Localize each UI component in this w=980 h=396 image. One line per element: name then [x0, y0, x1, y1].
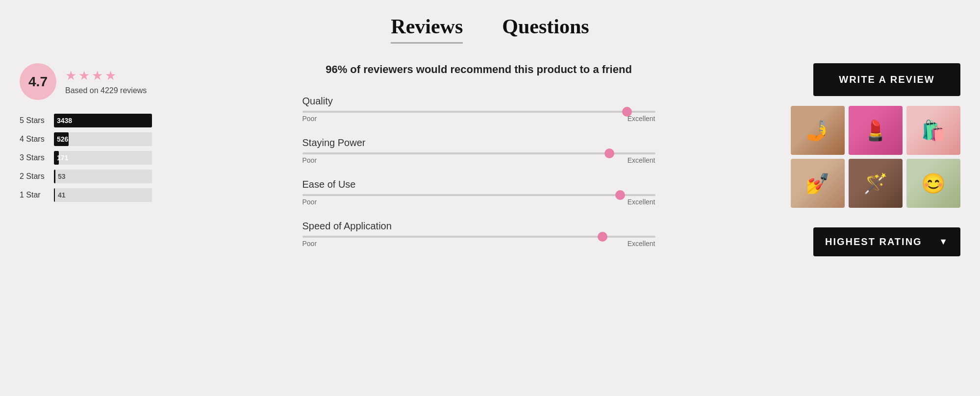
photo-face-6: 😊 — [906, 159, 960, 208]
rating-bars: 5 Stars 3438 4 Stars 526 — [20, 114, 167, 202]
slider-low-quality: Poor — [302, 115, 317, 123]
tabs-bar: Reviews Questions — [20, 15, 960, 44]
bar-value-4stars: 526 — [57, 135, 68, 143]
bar-row-1star[interactable]: 1 Star 41 — [20, 188, 167, 202]
right-section: WRITE A REVIEW 🤳 💄 🛍️ 💅 🪄 — [791, 63, 960, 256]
star-2: ★ — [78, 68, 90, 83]
tab-reviews[interactable]: Reviews — [391, 15, 463, 44]
bar-fill-3stars: 171 — [54, 151, 59, 165]
slider-label-staying-power: Staying Power — [302, 137, 655, 148]
slider-thumb-quality[interactable] — [622, 107, 632, 117]
star-1: ★ — [65, 68, 76, 83]
slider-label-ease-of-use: Ease of Use — [302, 179, 655, 190]
bar-row-4stars[interactable]: 4 Stars 526 — [20, 132, 167, 146]
photo-face-1: 🤳 — [791, 106, 845, 155]
slider-track-wrapper-ease-of-use: Poor Excellent — [302, 194, 655, 206]
chevron-down-icon: ▼ — [939, 237, 949, 247]
bar-label-4stars: 4 Stars — [20, 135, 49, 144]
bar-value-3stars: 171 — [57, 154, 68, 162]
slider-high-speed-of-application: Excellent — [628, 240, 655, 248]
rating-score: 4.7 — [28, 74, 48, 90]
bar-fill-2stars — [54, 170, 55, 183]
rating-summary: 4.7 ★ ★ ★ ★ Based on 4229 reviews 5 Star… — [20, 63, 167, 202]
photo-cell-5[interactable]: 🪄 — [849, 159, 903, 208]
slider-row-quality: Quality Poor Excellent — [302, 96, 655, 123]
rating-circle: 4.7 — [20, 63, 56, 100]
slider-track-wrapper-speed-of-application: Poor Excellent — [302, 236, 655, 248]
photo-cell-4[interactable]: 💅 — [791, 159, 845, 208]
photo-face-5: 🪄 — [849, 159, 903, 208]
sliders-area: Quality Poor Excellent Staying Power — [302, 96, 655, 262]
photo-face-3: 🛍️ — [906, 106, 960, 155]
slider-thumb-speed-of-application[interactable] — [598, 232, 607, 242]
slider-thumb-staying-power[interactable] — [604, 148, 614, 158]
slider-label-quality: Quality — [302, 96, 655, 107]
slider-track-quality — [302, 111, 655, 113]
bar-value-2stars: 53 — [58, 173, 66, 180]
star-4: ★ — [105, 68, 116, 83]
bar-fill-5stars: 3438 — [54, 114, 152, 127]
photo-face-4: 💅 — [791, 159, 845, 208]
bar-track-1star: 41 — [54, 188, 152, 202]
bar-row-3stars[interactable]: 3 Stars 171 — [20, 151, 167, 165]
bar-track-5stars: 3438 — [54, 114, 152, 127]
slider-high-staying-power: Excellent — [628, 156, 655, 164]
slider-low-speed-of-application: Poor — [302, 240, 317, 248]
photo-cell-3[interactable]: 🛍️ — [906, 106, 960, 155]
rating-top: 4.7 ★ ★ ★ ★ Based on 4229 reviews — [20, 63, 167, 100]
bar-track-4stars: 526 — [54, 132, 152, 146]
bar-label-3stars: 3 Stars — [20, 153, 49, 162]
photo-face-2: 💄 — [849, 106, 903, 155]
write-review-button[interactable]: WRITE A REVIEW — [813, 63, 960, 96]
highest-rating-label: HIGHEST RATING — [825, 236, 922, 248]
star-3: ★ — [92, 68, 103, 83]
bar-label-1star: 1 Star — [20, 191, 49, 199]
slider-high-quality: Excellent — [628, 115, 655, 123]
slider-labels-ease-of-use: Poor Excellent — [302, 198, 655, 206]
center-section: 96% of reviewers would recommend this pr… — [181, 63, 776, 262]
slider-row-ease-of-use: Ease of Use Poor Excellent — [302, 179, 655, 206]
slider-thumb-ease-of-use[interactable] — [615, 190, 625, 200]
bar-row-2stars[interactable]: 2 Stars 53 — [20, 170, 167, 183]
slider-high-ease-of-use: Excellent — [628, 198, 655, 206]
slider-track-staying-power — [302, 152, 655, 154]
slider-low-ease-of-use: Poor — [302, 198, 317, 206]
bar-value-5stars: 3438 — [57, 117, 72, 124]
recommend-text: 96% of reviewers would recommend this pr… — [326, 63, 632, 76]
slider-track-wrapper-quality: Poor Excellent — [302, 111, 655, 123]
slider-track-wrapper-staying-power: Poor Excellent — [302, 152, 655, 164]
slider-low-staying-power: Poor — [302, 156, 317, 164]
slider-label-speed-of-application: Speed of Application — [302, 221, 655, 232]
slider-row-speed-of-application: Speed of Application Poor Excellent — [302, 221, 655, 248]
photo-grid: 🤳 💄 🛍️ 💅 🪄 😊 — [791, 106, 960, 208]
tab-questions[interactable]: Questions — [502, 15, 589, 44]
based-on-text: Based on 4229 reviews — [65, 86, 147, 95]
stars-row: ★ ★ ★ ★ — [65, 68, 147, 83]
bar-value-1star: 41 — [58, 191, 66, 199]
photo-cell-2[interactable]: 💄 — [849, 106, 903, 155]
rating-right: ★ ★ ★ ★ Based on 4229 reviews — [65, 68, 147, 95]
photo-cell-6[interactable]: 😊 — [906, 159, 960, 208]
slider-labels-staying-power: Poor Excellent — [302, 156, 655, 164]
highest-rating-button[interactable]: HIGHEST RATING ▼ — [813, 227, 960, 256]
photo-cell-1[interactable]: 🤳 — [791, 106, 845, 155]
slider-track-ease-of-use — [302, 194, 655, 196]
slider-row-staying-power: Staying Power Poor Excellent — [302, 137, 655, 164]
bar-fill-4stars: 526 — [54, 132, 69, 146]
slider-labels-quality: Poor Excellent — [302, 115, 655, 123]
bar-fill-1star — [54, 188, 55, 202]
bar-track-2stars: 53 — [54, 170, 152, 183]
bar-label-2stars: 2 Stars — [20, 172, 49, 181]
bar-label-5stars: 5 Stars — [20, 116, 49, 125]
slider-track-speed-of-application — [302, 236, 655, 238]
main-content: 4.7 ★ ★ ★ ★ Based on 4229 reviews 5 Star… — [20, 63, 960, 262]
bar-track-3stars: 171 — [54, 151, 152, 165]
bar-row-5stars[interactable]: 5 Stars 3438 — [20, 114, 167, 127]
page-wrapper: Reviews Questions 4.7 ★ ★ ★ ★ Based on 4… — [0, 0, 980, 277]
